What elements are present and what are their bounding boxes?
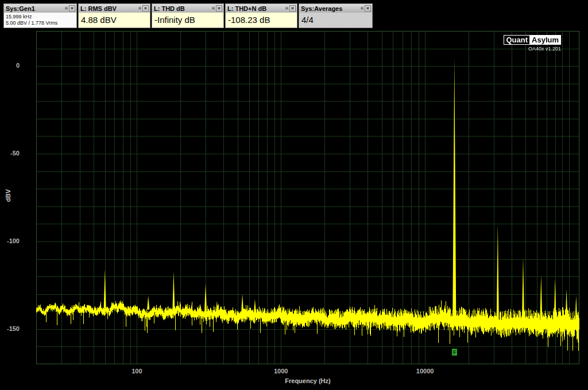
gen1-frequency: 15.999 kHz (6, 14, 76, 20)
panel-thdn-title: L: THD+N dB (227, 5, 266, 12)
close-icon[interactable]: ✕ (69, 5, 75, 11)
spectrum-plot-canvas[interactable] (36, 31, 579, 364)
quantasylum-logo: Quant Asylum OA40x v1.201 (504, 34, 561, 52)
logo-version: OA40x v1.201 (504, 46, 561, 52)
panel-sys-gen1: Sys:Gen1 ≡ ✕ 15.999 kHz 5.00 dBV / 1.778… (3, 3, 77, 28)
panel-thd-title: L: THD dB (154, 5, 185, 12)
logo-quant: Quant (504, 35, 530, 45)
panel-thd: L: THD dB ≡ ✕ -Infinity dB (152, 3, 224, 28)
panel-rms: L: RMS dBV ≡ ✕ 4.88 dBV (78, 3, 150, 28)
panel-averages-title: Sys:Averages (301, 5, 342, 12)
x-axis-title: Frequency (Hz) (285, 377, 330, 384)
menu-icon[interactable]: ≡ (361, 6, 363, 11)
x-tick-label: 100 (131, 368, 142, 375)
panel-sys-gen1-title: Sys:Gen1 (6, 5, 35, 12)
panel-thdn: L: THD+N dB ≡ ✕ -108.23 dB (225, 3, 297, 28)
y-tick-label: -150 (0, 325, 20, 332)
panel-rms-title: L: RMS dBV (80, 5, 117, 12)
y-tick-label: 0 (0, 62, 20, 69)
x-tick-label: 10000 (416, 368, 434, 375)
panel-sys-gen1-body: 15.999 kHz 5.00 dBV / 1.778 Vrms (4, 13, 76, 28)
thd-value: -Infinity dB (152, 13, 223, 28)
measurement-panels: Sys:Gen1 ≡ ✕ 15.999 kHz 5.00 dBV / 1.778… (3, 3, 373, 28)
panel-sys-gen1-header[interactable]: Sys:Gen1 ≡ ✕ (4, 4, 76, 13)
y-tick-label: -50 (0, 150, 20, 157)
thdn-value: -108.23 dB (226, 13, 297, 28)
y-axis-title: dBV (5, 189, 11, 202)
panel-averages-header[interactable]: Sys:Averages ≡ ✕ (299, 4, 372, 13)
panel-thd-header[interactable]: L: THD dB ≡ ✕ (152, 4, 223, 13)
menu-icon[interactable]: ≡ (65, 6, 68, 11)
y-tick-label: -100 (0, 237, 20, 244)
marker-F[interactable]: F (452, 349, 457, 356)
rms-value: 4.88 dBV (79, 13, 150, 28)
close-icon[interactable]: ✕ (216, 5, 222, 11)
averages-value: 4/4 (299, 13, 372, 28)
logo-asylum: Asylum (530, 35, 561, 45)
menu-icon[interactable]: ≡ (212, 6, 215, 11)
gen1-level: 5.00 dBV / 1.778 Vrms (6, 20, 76, 26)
panel-averages: Sys:Averages ≡ ✕ 4/4 (299, 3, 373, 28)
close-icon[interactable]: ✕ (365, 5, 371, 11)
menu-icon[interactable]: ≡ (285, 6, 288, 11)
close-icon[interactable]: ✕ (289, 5, 296, 11)
spectrum-chart: Frequency (Hz) dBV 1001000100000-50-100-… (0, 0, 588, 390)
close-icon[interactable]: ✕ (142, 5, 149, 11)
menu-icon[interactable]: ≡ (138, 6, 141, 11)
x-tick-label: 1000 (274, 368, 288, 375)
panel-thdn-header[interactable]: L: THD+N dB ≡ ✕ (226, 4, 297, 13)
panel-rms-header[interactable]: L: RMS dBV ≡ ✕ (79, 4, 150, 13)
